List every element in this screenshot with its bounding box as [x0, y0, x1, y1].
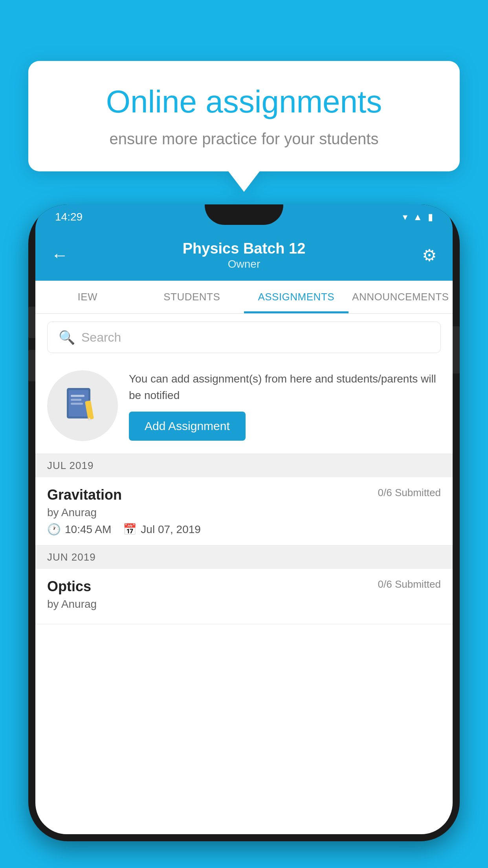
- assignment-name-optics: Optics: [47, 578, 91, 595]
- wifi-icon: ▾: [403, 211, 407, 223]
- power-button: [453, 326, 460, 373]
- assignment-details: 🕐 10:45 AM 📅 Jul 07, 2019: [47, 523, 441, 536]
- calendar-icon: 📅: [123, 523, 137, 536]
- clock-icon: 🕐: [47, 523, 61, 536]
- time-value: 10:45 AM: [65, 523, 111, 536]
- tab-students[interactable]: STUDENTS: [140, 281, 244, 313]
- month-header-jun: JUN 2019: [35, 546, 453, 569]
- search-icon: 🔍: [59, 329, 75, 345]
- assignment-name: Gravitation: [47, 487, 122, 503]
- volume-down-button: [28, 350, 35, 381]
- assignment-submitted-count-optics: 0/6 Submitted: [378, 578, 441, 590]
- app-bar-title-container: Physics Batch 12 Owner: [75, 240, 413, 270]
- assignment-submitted-count: 0/6 Submitted: [378, 487, 441, 499]
- assignment-promo-text: You can add assignment(s) from here and …: [129, 371, 441, 441]
- assignment-item-gravitation[interactable]: Gravitation 0/6 Submitted by Anurag 🕐 10…: [35, 477, 453, 546]
- app-bar-title: Physics Batch 12: [75, 240, 413, 258]
- month-header-jul: JUL 2019: [35, 454, 453, 477]
- volume-up-button: [28, 307, 35, 338]
- assignment-item-optics[interactable]: Optics 0/6 Submitted by Anurag: [35, 569, 453, 624]
- status-icons: ▾ ▲ ▮: [403, 211, 433, 223]
- assignment-item-header-optics: Optics 0/6 Submitted: [47, 578, 441, 595]
- app-bar: ← Physics Batch 12 Owner ⚙: [35, 230, 453, 281]
- assignment-author-optics: by Anurag: [47, 598, 441, 611]
- content-area: 🔍 Search You can add assignment(s: [35, 314, 453, 834]
- tab-iew[interactable]: IEW: [35, 281, 140, 313]
- tab-assignments[interactable]: ASSIGNMENTS: [244, 281, 349, 313]
- date-value: Jul 07, 2019: [141, 523, 201, 536]
- notch: [205, 204, 283, 225]
- promo-card: Online assignments ensure more practice …: [28, 61, 460, 171]
- signal-icon: ▲: [413, 211, 422, 223]
- assignment-notebook-icon: [63, 386, 102, 425]
- battery-icon: ▮: [428, 211, 433, 223]
- assignment-time: 🕐 10:45 AM: [47, 523, 111, 536]
- tabs-bar: IEW STUDENTS ASSIGNMENTS ANNOUNCEMENTS: [35, 281, 453, 314]
- assignment-icon-circle: [47, 370, 118, 441]
- assignment-date: 📅 Jul 07, 2019: [123, 523, 201, 536]
- search-bar[interactable]: 🔍 Search: [47, 322, 441, 353]
- assignment-author: by Anurag: [47, 506, 441, 519]
- promo-subtitle: ensure more practice for your students: [56, 130, 432, 148]
- svg-rect-3: [71, 399, 82, 401]
- app-bar-subtitle: Owner: [75, 258, 413, 270]
- settings-button[interactable]: ⚙: [413, 246, 437, 265]
- back-button[interactable]: ←: [51, 245, 75, 265]
- assignment-item-header: Gravitation 0/6 Submitted: [47, 487, 441, 503]
- assignment-promo-block: You can add assignment(s) from here and …: [35, 361, 453, 454]
- search-container: 🔍 Search: [35, 314, 453, 361]
- svg-rect-2: [71, 395, 84, 397]
- assignment-promo-description: You can add assignment(s) from here and …: [129, 371, 441, 404]
- promo-title: Online assignments: [56, 85, 432, 119]
- add-assignment-button[interactable]: Add Assignment: [129, 412, 246, 441]
- phone-frame: 14:29 ▾ ▲ ▮ ← Physics Batch 12 Owner ⚙ I…: [28, 204, 460, 841]
- tab-announcements[interactable]: ANNOUNCEMENTS: [349, 281, 453, 313]
- svg-rect-4: [71, 403, 83, 405]
- status-time: 14:29: [55, 211, 83, 223]
- search-placeholder: Search: [81, 330, 121, 345]
